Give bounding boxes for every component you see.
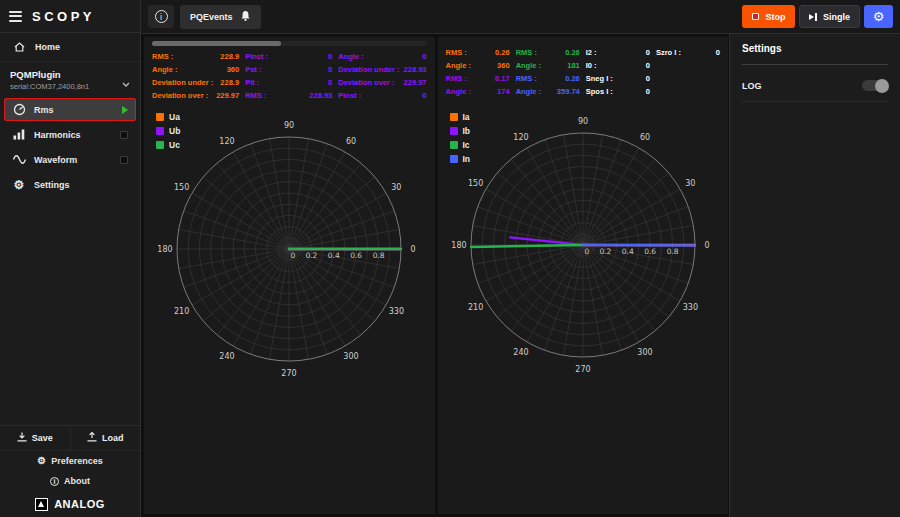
bell-icon — [240, 10, 251, 24]
svg-text:180: 180 — [158, 245, 173, 254]
svg-text:90: 90 — [578, 117, 588, 126]
sidebar-item-harmonics[interactable]: Harmonics — [4, 123, 136, 146]
stop-button[interactable]: Stop — [742, 5, 795, 28]
save-button[interactable]: Save — [0, 426, 70, 450]
settings-panel: Settings LOG — [729, 34, 900, 517]
svg-text:30: 30 — [392, 183, 402, 192]
table-cell: Pinst :0 — [338, 89, 426, 101]
table-cell: Pst :0 — [245, 63, 332, 75]
single-label: Single — [823, 12, 850, 22]
sidebar-footer: Save Load ⚙ Preferences i About ANALO — [0, 425, 140, 517]
current-legend: IaIbIcIn — [450, 112, 471, 164]
table-cell: Deviation under :228.9 — [152, 76, 239, 88]
save-icon — [17, 432, 27, 444]
table-cell: I0 :0 — [586, 59, 650, 71]
legend-swatch-icon — [450, 155, 458, 163]
legend-swatch-icon — [450, 141, 458, 149]
scopy-app: SCOPY Home PQMPlugin serial:COM37,2400,8… — [0, 0, 900, 517]
svg-text:330: 330 — [389, 307, 404, 316]
play-icon[interactable] — [122, 106, 128, 114]
svg-text:210: 210 — [174, 307, 189, 316]
legend-label: Ic — [463, 140, 470, 150]
svg-text:150: 150 — [468, 179, 483, 188]
svg-text:240: 240 — [513, 348, 528, 357]
info-button[interactable]: i — [148, 5, 174, 28]
table-cell — [656, 85, 720, 97]
preferences-button[interactable]: ⚙ Preferences — [0, 451, 140, 471]
sidebar-item-settings[interactable]: ⚙ Settings — [4, 173, 136, 196]
svg-text:0.6: 0.6 — [644, 247, 656, 256]
info-icon: i — [155, 10, 168, 23]
sidebar-item-home[interactable]: Home — [0, 33, 140, 62]
table-cell: Angle :0 — [338, 50, 426, 62]
chevron-down-icon — [122, 73, 130, 91]
svg-text:300: 300 — [637, 348, 652, 357]
svg-text:270: 270 — [575, 365, 590, 374]
tool-label: Rms — [34, 105, 54, 115]
log-toggle[interactable] — [862, 80, 888, 91]
stop-indicator-icon[interactable] — [120, 156, 128, 164]
plugin-name: PQMPlugin — [10, 69, 130, 80]
table-cell: Spos I :0 — [586, 85, 650, 97]
gear-icon: ⚙ — [873, 9, 885, 24]
table-cell: Deviation over :229.97 — [152, 89, 239, 101]
svg-text:0: 0 — [584, 247, 589, 256]
legend-swatch-icon — [156, 141, 164, 149]
table-scrollbar[interactable] — [152, 41, 427, 46]
sidebar-item-waveform[interactable]: Waveform — [4, 148, 136, 171]
adi-brand: ANALOG — [0, 491, 140, 517]
legend-item: Uc — [156, 140, 180, 150]
svg-text:0: 0 — [704, 241, 709, 250]
table-cell: RMS :228.93 — [245, 89, 332, 101]
table-cell: RMS :0.26 — [516, 46, 580, 58]
harmonics-bars-icon — [12, 129, 26, 140]
table-cell: Deviation under :228.93 — [338, 63, 426, 75]
adi-logo-icon — [35, 498, 48, 511]
svg-text:0.4: 0.4 — [328, 251, 340, 260]
table-cell: I2 :0 — [586, 46, 650, 58]
plugin-header[interactable]: PQMPlugin serial:COM37,2400,8n1 — [0, 62, 140, 97]
rms-gauge-icon — [12, 103, 26, 116]
table-cell: Deviation over :229.97 — [338, 76, 426, 88]
stop-indicator-icon[interactable] — [120, 131, 128, 139]
legend-item: Ub — [156, 126, 180, 136]
table-cell: Szro I :0 — [656, 46, 720, 58]
legend-item: Ib — [450, 126, 471, 136]
legend-label: Ia — [463, 112, 470, 122]
toggle-knob[interactable] — [875, 79, 889, 93]
log-label: LOG — [742, 81, 762, 91]
svg-text:60: 60 — [640, 133, 650, 142]
single-button[interactable]: Single — [799, 5, 860, 28]
table-cell: RMS :228.9 — [152, 50, 239, 62]
hamburger-menu-icon[interactable] — [9, 11, 22, 22]
legend-swatch-icon — [450, 113, 458, 121]
table-cell: Angle :360 — [152, 63, 239, 75]
svg-text:150: 150 — [174, 183, 189, 192]
app-logo: SCOPY — [32, 9, 95, 24]
legend-swatch-icon — [450, 127, 458, 135]
svg-text:60: 60 — [346, 137, 356, 146]
table-cell: Angle :174 — [446, 85, 510, 97]
about-button[interactable]: i About — [0, 471, 140, 491]
info-icon: i — [50, 477, 59, 486]
voltage-legend: UaUbUc — [156, 112, 180, 150]
table-cell: Sneg I :0 — [586, 72, 650, 84]
table-cell: RMS :0.26 — [516, 72, 580, 84]
load-icon — [87, 432, 97, 444]
svg-text:0: 0 — [291, 251, 296, 260]
svg-text:0.4: 0.4 — [622, 247, 634, 256]
svg-text:180: 180 — [451, 241, 466, 250]
table-cell: Angle :181 — [516, 59, 580, 71]
svg-text:300: 300 — [344, 352, 359, 361]
scrollbar-thumb[interactable] — [152, 41, 281, 46]
tab-pqevents[interactable]: PQEvents — [180, 5, 261, 29]
settings-gear-button[interactable]: ⚙ — [864, 5, 893, 28]
table-cell: Pinst :0 — [245, 50, 332, 62]
svg-text:270: 270 — [282, 369, 297, 378]
topbar: i PQEvents Stop Single ⚙ — [141, 0, 900, 34]
svg-text:0.2: 0.2 — [599, 247, 611, 256]
sidebar: SCOPY Home PQMPlugin serial:COM37,2400,8… — [0, 0, 141, 517]
table-cell: Angle :360 — [446, 59, 510, 71]
sidebar-item-rms[interactable]: Rms — [4, 98, 136, 121]
load-button[interactable]: Load — [70, 426, 141, 450]
